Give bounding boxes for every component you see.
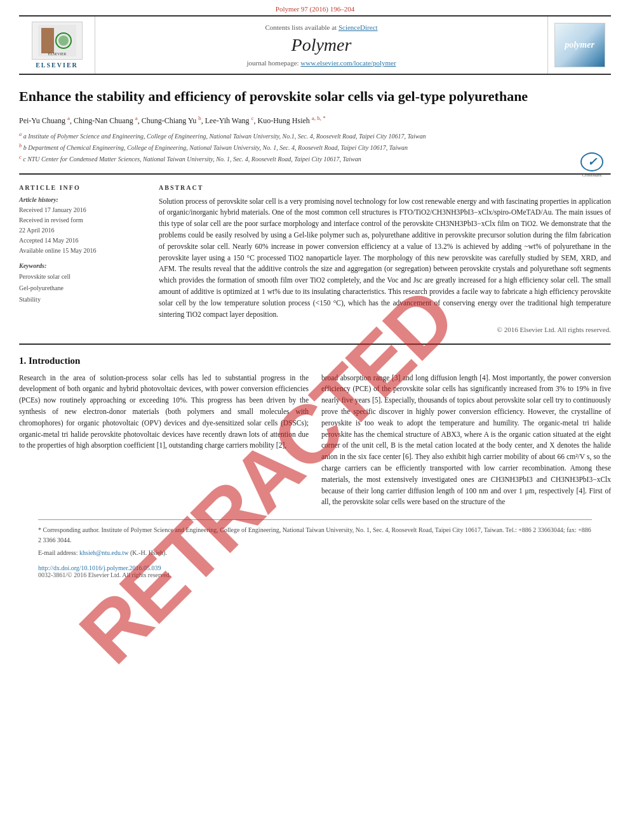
sciencedirect-link[interactable]: ScienceDirect [338, 23, 378, 31]
crossmark-label: CrossMark [582, 173, 601, 178]
info-abstract-section: ARTICLE INFO Article history: Received 1… [19, 184, 611, 333]
polymer-logo: polymer [554, 23, 605, 67]
journal-reference: Polymer 97 (2016) 196–204 [0, 0, 630, 15]
email-link[interactable]: khsieh@ntu.edu.tw [79, 549, 129, 556]
keywords-list: Perovskite solar cell Gel-polyurethane S… [19, 271, 146, 305]
journal-header: ELSEVIER ELSEVIER Contents lists availab… [19, 15, 611, 75]
abstract-text: Solution process of perovskite solar cel… [159, 196, 611, 321]
history-label: Article history: [19, 196, 146, 203]
elsevier-logo-image: ELSEVIER [32, 22, 83, 60]
corresponding-author-note: * Corresponding author. Institute of Pol… [38, 525, 592, 545]
abstract-column: ABSTRACT Solution process of perovskite … [159, 184, 611, 333]
affiliation-a: a a Institute of Polymer Science and Eng… [19, 131, 611, 141]
affiliation-b: b b Department of Chemical Engineering, … [19, 142, 611, 152]
keywords-label: Keywords: [19, 262, 146, 269]
intro-paragraph-left: Research in the area of solution-process… [19, 373, 309, 452]
svg-point-3 [58, 36, 69, 46]
homepage-line: journal homepage: www.elsevier.com/locat… [246, 59, 396, 67]
keywords-section: Keywords: Perovskite solar cell Gel-poly… [19, 262, 146, 305]
introduction-col-right: broad absorption range [3] and long diff… [321, 373, 611, 514]
copyright-line: © 2016 Elsevier Ltd. All rights reserved… [159, 326, 611, 333]
email-note: E-mail address: khsieh@ntu.edu.tw (K.-H.… [38, 548, 592, 558]
header-divider [19, 173, 611, 175]
authors: Pei-Yu Chuang a, Ching-Nan Chuang a, Chu… [19, 116, 326, 125]
doi-anchor[interactable]: http://dx.doi.org/10.1016/j.polymer.2016… [38, 564, 161, 571]
homepage-link[interactable]: www.elsevier.com/locate/polymer [300, 59, 396, 67]
article-title: Enhance the stability and efficiency of … [19, 88, 573, 106]
article-info-column: ARTICLE INFO Article history: Received 1… [19, 184, 146, 333]
journal-name: Polymer [292, 35, 352, 55]
journal-title-section: Contents lists available at ScienceDirec… [95, 17, 547, 74]
affiliations: a a Institute of Polymer Science and Eng… [19, 131, 611, 164]
doi-link: http://dx.doi.org/10.1016/j.polymer.2016… [38, 564, 592, 571]
elsevier-logo-section: ELSEVIER ELSEVIER [19, 17, 95, 74]
sciencedirect-line: Contents lists available at ScienceDirec… [265, 23, 377, 31]
content-divider [19, 343, 611, 345]
elsevier-logo: ELSEVIER ELSEVIER [32, 22, 83, 69]
article-history-section: Article history: Received 17 January 201… [19, 196, 146, 256]
article-info-title: ARTICLE INFO [19, 184, 146, 191]
introduction-col-left: Research in the area of solution-process… [19, 373, 309, 514]
footer: * Corresponding author. Institute of Pol… [38, 519, 592, 578]
introduction-heading: 1. Introduction [19, 356, 611, 366]
crossmark-symbol: ✓ [580, 152, 603, 171]
intro-paragraph-right: broad absorption range [3] and long diff… [321, 373, 611, 509]
polymer-logo-section: polymer [547, 17, 611, 74]
article-dates: Received 17 January 2016 Received in rev… [19, 205, 146, 256]
elsevier-label: ELSEVIER [36, 62, 78, 69]
svg-rect-1 [41, 28, 54, 53]
main-content: ✓ CrossMark Enhance the stability and ef… [19, 75, 611, 578]
abstract-title: ABSTRACT [159, 184, 611, 191]
authors-line: Pei-Yu Chuang a, Ching-Nan Chuang a, Chu… [19, 115, 611, 126]
abstract-paragraph: Solution process of perovskite solar cel… [159, 196, 611, 321]
svg-text:ELSEVIER: ELSEVIER [48, 52, 65, 56]
crossmark-badge: ✓ CrossMark [579, 152, 605, 178]
affiliation-c: c c NTU Center for Condensed Matter Scie… [19, 154, 611, 164]
footer-copyright: 0032-3861/© 2016 Elsevier Ltd. All right… [38, 571, 592, 578]
introduction-body: Research in the area of solution-process… [19, 373, 611, 514]
